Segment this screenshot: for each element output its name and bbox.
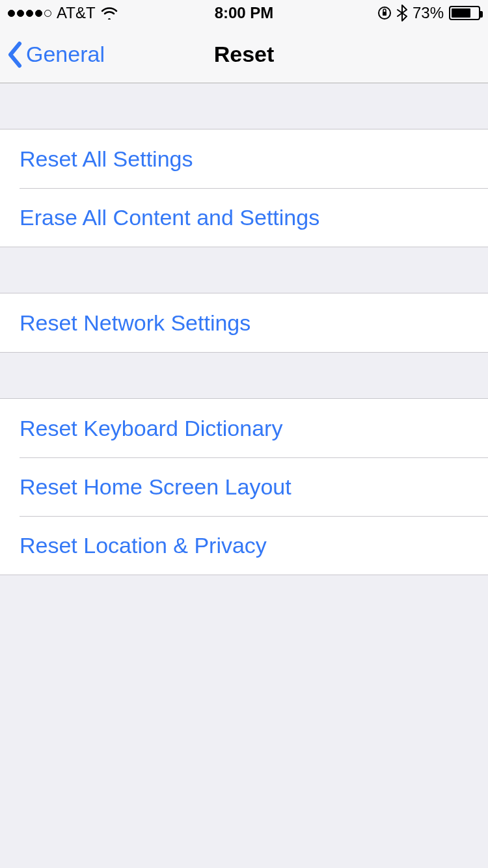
back-label: General	[26, 42, 105, 67]
cell-label: Reset Keyboard Dictionary	[20, 416, 282, 441]
content: Reset All Settings Erase All Content and…	[0, 83, 488, 575]
group-spacer	[0, 83, 488, 129]
reset-location-privacy[interactable]: Reset Location & Privacy	[0, 516, 488, 575]
carrier-label: AT&T	[57, 4, 96, 22]
group-spacer	[0, 353, 488, 398]
cell-label: Reset Network Settings	[20, 310, 251, 336]
group-spacer	[0, 247, 488, 293]
group-3: Reset Keyboard Dictionary Reset Home Scr…	[0, 398, 488, 575]
status-left: AT&T	[8, 4, 118, 22]
cell-signal-icon	[8, 10, 51, 17]
reset-keyboard-dictionary[interactable]: Reset Keyboard Dictionary	[0, 399, 488, 457]
cell-label: Erase All Content and Settings	[20, 205, 319, 230]
chevron-left-icon	[7, 41, 23, 68]
back-button[interactable]: General	[0, 41, 105, 68]
cell-label: Reset Home Screen Layout	[20, 474, 291, 500]
nav-bar: General Reset	[0, 26, 488, 83]
status-bar: AT&T 8:00 PM 73%	[0, 0, 488, 26]
reset-network-settings[interactable]: Reset Network Settings	[0, 293, 488, 352]
cell-label: Reset Location & Privacy	[20, 533, 267, 558]
group-2: Reset Network Settings	[0, 293, 488, 353]
cell-label: Reset All Settings	[20, 146, 193, 172]
battery-fill	[452, 8, 470, 18]
reset-all-settings[interactable]: Reset All Settings	[0, 129, 488, 188]
group-1: Reset All Settings Erase All Content and…	[0, 129, 488, 247]
battery-icon	[449, 6, 480, 20]
status-right: 73%	[377, 4, 480, 22]
erase-all-content[interactable]: Erase All Content and Settings	[0, 188, 488, 247]
battery-percent: 73%	[413, 4, 444, 22]
orientation-lock-icon	[377, 6, 392, 20]
svg-rect-1	[383, 12, 386, 16]
bluetooth-icon	[397, 5, 407, 21]
wifi-icon	[101, 7, 118, 20]
reset-home-screen-layout[interactable]: Reset Home Screen Layout	[0, 457, 488, 516]
